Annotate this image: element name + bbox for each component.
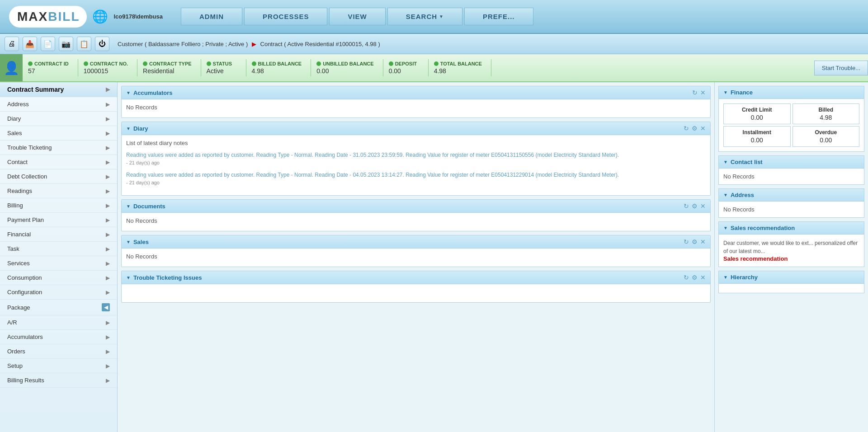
chevron-right-icon: ▶ (106, 348, 110, 355)
close-icon[interactable]: ✕ (700, 202, 706, 210)
sidebar-item-contact[interactable]: Contact ▶ (0, 155, 117, 169)
chevron-right-icon: ▶ (106, 188, 110, 194)
sidebar-toggle-icon[interactable]: ◀ (102, 303, 110, 311)
sidebar-item-debt-collection[interactable]: Debt Collection ▶ (0, 169, 117, 184)
close-icon[interactable]: ✕ (700, 238, 706, 245)
address-section: ▼ Address No Records (718, 188, 864, 218)
finance-section-header: ▼ Finance (719, 86, 864, 99)
refresh-icon[interactable]: ↻ (684, 202, 689, 210)
gear-icon[interactable]: ⚙ (692, 202, 698, 210)
billed-value: 4.98 (797, 114, 855, 121)
no-records-label: No Records (126, 104, 157, 111)
content-area: ▼ Accumulators ↻ ✕ No Records ▼ (118, 82, 868, 432)
sales-recommendation-link[interactable]: Sales recommendation (723, 255, 788, 262)
file-icon[interactable]: 📋 (77, 37, 91, 51)
contract-status-field: STATUS Active (201, 59, 246, 76)
diary-entry-text-2: Reading values were added as reported by… (126, 171, 706, 179)
sidebar-label-billing-results: Billing Results (7, 377, 44, 384)
close-icon[interactable]: ✕ (700, 125, 706, 132)
chevron-right-icon: ▶ (106, 260, 110, 267)
sales-recommendation-body: Dear customer, we would like to ext... p… (719, 235, 864, 267)
contract-billed-label: BILLED BALANCE (252, 61, 302, 66)
sidebar-item-payment-plan[interactable]: Payment Plan ▶ (0, 213, 117, 227)
search-button[interactable]: SEARCH ▼ (387, 8, 462, 25)
inbox-icon[interactable]: 📥 (23, 37, 37, 51)
green-dot-icon (252, 61, 256, 66)
contract-deposit-label: DEPOSIT (389, 61, 419, 66)
refresh-icon[interactable]: ↻ (684, 274, 689, 281)
sidebar-item-trouble-ticketing[interactable]: Trouble Ticketing ▶ (0, 141, 117, 155)
sidebar-item-configuration[interactable]: Configuration ▶ (0, 285, 117, 300)
sidebar-label-configuration: Configuration (7, 289, 42, 296)
contract-no-field: CONTRACT NO. 1000015 (78, 59, 137, 76)
sidebar-label-sales: Sales (7, 130, 22, 136)
close-icon[interactable]: ✕ (700, 274, 706, 281)
no-records-label: No Records (723, 173, 755, 180)
trouble-ticketing-panel-header: ▼ Trouble Ticketing Issues ↻ ⚙ ✕ (122, 271, 710, 284)
credit-limit-cell: Credit Limit 0.00 (723, 103, 791, 124)
gear-icon[interactable]: ⚙ (692, 125, 698, 132)
sidebar: Contract Summary ▶ Address ▶ Diary ▶ Sal… (0, 82, 118, 432)
diary-entry-time-1: - 21 day(s) ago (126, 160, 706, 165)
sidebar-label-diary: Diary (7, 115, 21, 122)
logo-text: X (39, 9, 47, 24)
collapse-arrow-icon: ▼ (126, 126, 131, 131)
panel-controls: ↻ ⚙ ✕ (684, 238, 706, 245)
collapse-arrow-icon: ▼ (723, 193, 728, 197)
sidebar-label-contact: Contact (7, 159, 28, 165)
refresh-icon[interactable]: ↻ (684, 238, 689, 245)
accumulators-panel-header: ▼ Accumulators ↻ ✕ (122, 86, 710, 99)
refresh-icon[interactable]: ↻ (684, 125, 689, 132)
sidebar-item-billing-results[interactable]: Billing Results ▶ (0, 373, 117, 388)
refresh-icon[interactable]: ↻ (692, 89, 698, 96)
camera-icon[interactable]: 📷 (59, 37, 73, 51)
sidebar-item-consumption[interactable]: Consumption ▶ (0, 271, 117, 285)
start-trouble-button[interactable]: Start Trouble... (814, 61, 868, 75)
trouble-ticketing-panel-title: ▼ Trouble Ticketing Issues (126, 274, 202, 281)
sidebar-label-readings: Readings (7, 188, 32, 194)
sidebar-item-orders[interactable]: Orders ▶ (0, 344, 117, 359)
sidebar-item-services[interactable]: Services ▶ (0, 256, 117, 271)
prefe-button[interactable]: PREFE... (464, 8, 533, 25)
sidebar-label-payment-plan: Payment Plan (7, 216, 44, 223)
sidebar-item-package[interactable]: Package ◀ (0, 300, 117, 315)
overdue-cell: Overdue 0.00 (793, 126, 860, 147)
sidebar-item-financial[interactable]: Financial ▶ (0, 227, 117, 242)
print-icon[interactable]: 🖨 (5, 37, 19, 51)
sidebar-item-accumulators[interactable]: Accumulators ▶ (0, 330, 117, 344)
sidebar-item-ar[interactable]: A/R ▶ (0, 315, 117, 330)
billed-label: Billed (797, 107, 855, 113)
logo-text: L (62, 9, 70, 24)
sidebar-label-debt-collection: Debt Collection (7, 173, 47, 180)
sidebar-item-sales[interactable]: Sales ▶ (0, 126, 117, 141)
sidebar-item-contract-summary[interactable]: Contract Summary ▶ (0, 82, 117, 97)
logo-text: L (71, 9, 79, 24)
sidebar-item-billing[interactable]: Billing ▶ (0, 198, 117, 213)
sidebar-item-setup[interactable]: Setup ▶ (0, 359, 117, 373)
green-dot-icon (84, 61, 88, 66)
document-icon[interactable]: 📄 (41, 37, 55, 51)
sidebar-item-readings[interactable]: Readings ▶ (0, 184, 117, 198)
collapse-arrow-icon: ▼ (126, 275, 131, 280)
overdue-label: Overdue (797, 129, 855, 136)
close-icon[interactable]: ✕ (700, 89, 706, 96)
accumulators-panel-body: No Records (122, 99, 710, 117)
top-navigation: M A X B I L L 🌐 lco9178\dembusa ADMIN PR… (0, 0, 868, 34)
contract-no-label: CONTRACT NO. (84, 61, 128, 66)
sidebar-item-address[interactable]: Address ▶ (0, 97, 117, 112)
gear-icon[interactable]: ⚙ (692, 238, 698, 245)
sidebar-item-diary[interactable]: Diary ▶ (0, 112, 117, 126)
toolbar: 🖨 📥 📄 📷 📋 ⏻ Customer ( Baldassarre Folli… (0, 34, 868, 54)
power-icon[interactable]: ⏻ (95, 37, 109, 51)
breadcrumb-contract: Contract ( Active Residential #1000015, … (260, 41, 380, 47)
chevron-right-icon: ▶ (106, 116, 110, 122)
sidebar-item-task[interactable]: Task ▶ (0, 242, 117, 256)
admin-button[interactable]: ADMIN (181, 8, 242, 25)
view-button[interactable]: VIEW (329, 8, 385, 25)
gear-icon[interactable]: ⚙ (692, 274, 698, 281)
processes-button[interactable]: PROCESSES (244, 8, 327, 25)
sidebar-label-contract-summary: Contract Summary (7, 86, 64, 93)
panel-controls: ↻ ⚙ ✕ (684, 274, 706, 281)
chevron-right-icon: ▶ (106, 174, 110, 180)
chevron-right-icon: ▶ (106, 159, 110, 165)
